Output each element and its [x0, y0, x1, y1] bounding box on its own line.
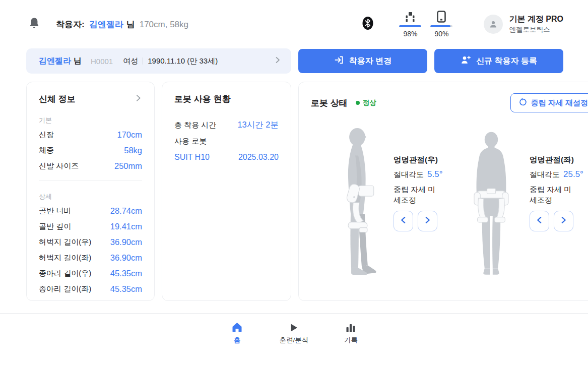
suit-battery-icon — [404, 11, 416, 23]
nav-records[interactable]: 기록 — [340, 322, 362, 365]
robot-status-body: 엉덩관절(우) 절대각도 5.5° 중립 자세 미세조정 — [311, 116, 588, 284]
wearer-body-stats: 170cm, 58kg — [140, 20, 188, 30]
refresh-icon — [518, 98, 527, 108]
status-label: 정상 — [363, 98, 376, 107]
joint-angle-row: 절대각도 5.5° — [394, 169, 460, 179]
robot-status-title: 로봇 상태 — [311, 97, 348, 109]
row-label: 허벅지 길이(우) — [39, 237, 91, 247]
person-add-icon — [461, 55, 471, 67]
body-info-header[interactable]: 신체 정보 — [39, 93, 142, 105]
row-label: 신장 — [39, 130, 54, 140]
decrease-button[interactable] — [530, 211, 549, 231]
nav-training-analysis[interactable]: 훈련/분석 — [280, 322, 309, 365]
main-cards: 신체 정보 기본 신장 170cm 체중 58kg 신발 사이즈 250mm 상… — [0, 74, 588, 301]
status-badge: 정상 — [356, 98, 376, 107]
row-label: 골반 너비 — [39, 206, 71, 216]
angle-label: 절대각도 — [530, 170, 560, 179]
info-row: 허벅지 길이(좌) 36.90cm — [39, 250, 142, 266]
fine-tune-label: 중립 자세 미세조정 — [394, 184, 436, 205]
chevron-right-icon — [135, 94, 142, 104]
app-page: 착용자: 김엔젤라 님 170cm, 58kg — [0, 0, 588, 365]
account-name: 기본 계정 PRO — [509, 14, 563, 25]
neutral-posture-reset-button[interactable]: 중립 자세 재설정 — [510, 93, 588, 112]
body-info-title: 신체 정보 — [39, 93, 76, 105]
fine-tune-stepper — [394, 211, 460, 231]
row-value: 36.90cm — [110, 237, 142, 247]
info-row: 골반 깊이 19.41cm — [39, 219, 142, 234]
header-right-cluster: 98% 90% — [362, 11, 563, 38]
robot-usage-title: 로봇 사용 현황 — [174, 93, 230, 105]
chevron-right-icon — [560, 216, 567, 226]
section-divider — [39, 180, 142, 181]
increase-button[interactable] — [418, 211, 437, 231]
register-wearer-button[interactable]: 신규 착용자 등록 — [434, 49, 563, 73]
body-side-view-figure — [330, 124, 380, 284]
patient-id: H0001 — [91, 57, 113, 66]
row-label: 골반 깊이 — [39, 222, 71, 231]
wearer-name: 김엔젤라 — [89, 19, 123, 30]
account-org: 엔젤로보틱스 — [509, 25, 563, 34]
row-value: 170cm — [117, 130, 142, 140]
bottom-navigation: 홈 훈련/분석 기록 — [0, 313, 588, 365]
wearer-label: 착용자: — [56, 19, 85, 30]
home-icon — [232, 322, 242, 332]
patient-banner[interactable]: 김엔젤라 님 H0001 여성 1990.11.10 (만 33세) — [26, 48, 291, 74]
robot-name: SUIT H10 — [174, 153, 210, 162]
change-wearer-label: 착용자 변경 — [349, 56, 391, 67]
row-value: 36.90cm — [110, 253, 142, 263]
angle-value: 25.5° — [563, 169, 583, 179]
row-label: 종아리 길이(우) — [39, 269, 91, 278]
row-label: 허벅지 길이(좌) — [39, 253, 91, 263]
detail-section-label: 상세 — [39, 192, 142, 201]
chevron-left-icon — [536, 216, 543, 226]
used-robot-label: 사용 로봇 — [174, 137, 207, 146]
robot-status-card: 로봇 상태 정상 중립 자세 재설정 — [298, 82, 588, 301]
play-icon — [290, 322, 298, 332]
angle-value: 5.5° — [427, 169, 442, 179]
nav-home[interactable]: 홈 — [226, 322, 248, 365]
row-value: 250mm — [114, 161, 142, 171]
top-header: 착용자: 김엔젤라 님 170cm, 58kg — [0, 0, 588, 48]
notification-bell-button[interactable] — [28, 18, 41, 31]
suit-battery-bar — [399, 25, 421, 27]
body-front-view-figure — [462, 130, 520, 282]
bluetooth-icon — [362, 16, 374, 32]
info-row: 허벅지 길이(우) 36.90cm — [39, 234, 142, 250]
joint-angle-row: 절대각도 25.5° — [530, 169, 588, 179]
action-row: 김엔젤라 님 H0001 여성 1990.11.10 (만 33세) 착용자 변… — [0, 48, 588, 74]
basic-section-label: 기본 — [39, 116, 142, 125]
tablet-battery-indicator: 90% — [429, 11, 453, 38]
body-info-card: 신체 정보 기본 신장 170cm 체중 58kg 신발 사이즈 250mm 상… — [26, 82, 155, 301]
status-dot-icon — [356, 101, 360, 105]
suit-battery-percent: 98% — [403, 30, 417, 38]
increase-button[interactable] — [554, 211, 573, 231]
info-row: 신장 170cm — [39, 127, 142, 143]
info-row: 골반 너비 28.74cm — [39, 203, 142, 219]
current-wearer-info: 착용자: 김엔젤라 님 170cm, 58kg — [56, 19, 188, 30]
chevron-left-icon — [400, 216, 407, 226]
used-robot-row: SUIT H10 2025.03.20 — [174, 149, 279, 165]
info-row: 종아리 길이(좌) 45.35cm — [39, 281, 142, 297]
patient-birth: 1990.11.10 (만 33세) — [148, 56, 218, 66]
row-value: 45.35cm — [110, 284, 142, 294]
info-row: 종아리 길이(우) 45.35cm — [39, 266, 142, 281]
suit-battery-indicator: 98% — [398, 11, 422, 38]
row-label: 체중 — [39, 146, 54, 155]
account-menu[interactable]: 기본 계정 PRO 엔젤로보틱스 — [484, 14, 563, 34]
used-robot-label-row: 사용 로봇 — [174, 133, 279, 149]
row-value: 28.74cm — [110, 206, 142, 216]
decrease-button[interactable] — [394, 211, 413, 231]
joint-name: 엉덩관절(좌) — [530, 155, 588, 165]
row-value: 58kg — [124, 146, 142, 155]
row-label: 종아리 길이(좌) — [39, 284, 91, 294]
enter-icon — [334, 55, 344, 67]
robot-date: 2025.03.20 — [238, 153, 279, 162]
change-wearer-button[interactable]: 착용자 변경 — [298, 49, 427, 73]
tablet-battery-icon — [437, 11, 446, 23]
user-avatar-icon — [484, 15, 503, 34]
chevron-right-icon — [424, 216, 431, 226]
total-wear-time-label: 총 착용 시간 — [174, 120, 216, 130]
total-wear-time-value: 13시간 2분 — [237, 119, 279, 131]
info-row: 신발 사이즈 250mm — [39, 158, 142, 174]
patient-suffix: 님 — [74, 56, 82, 67]
